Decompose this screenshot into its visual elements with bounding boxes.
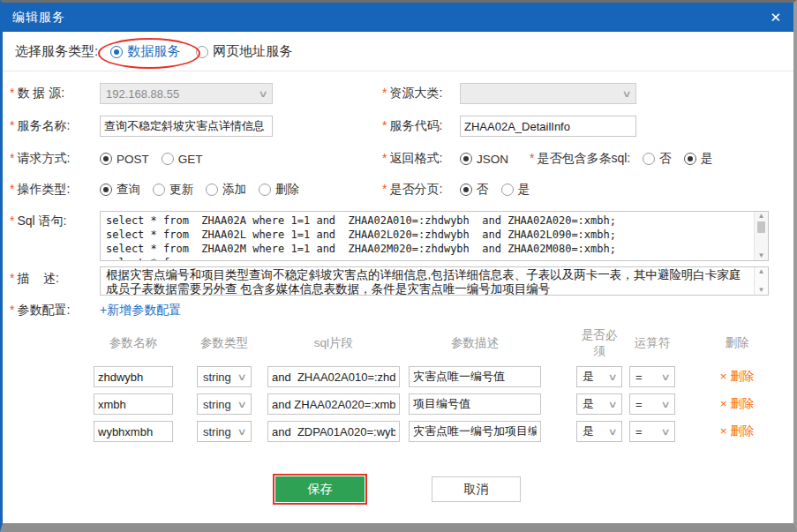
param-desc-input[interactable] bbox=[409, 366, 541, 387]
scroll-thumb[interactable] bbox=[757, 221, 765, 233]
param-delete-button[interactable]: × 删除 bbox=[706, 369, 768, 385]
param-name-input[interactable] bbox=[94, 366, 173, 387]
radio-json[interactable] bbox=[460, 153, 472, 165]
radio-delete[interactable] bbox=[259, 184, 271, 196]
row-description: *描 述: 根据灾害点编号和项目类型查询不稳定斜坡灾害点的详细信息,包括详细信息… bbox=[3, 266, 793, 296]
chevron-down-icon: ∨ bbox=[660, 399, 670, 410]
description-text: 根据灾害点编号和项目类型查询不稳定斜坡灾害点的详细信息,包括详细信息表、子表以及… bbox=[101, 267, 754, 295]
param-required-select[interactable]: 是∨ bbox=[576, 421, 622, 442]
service-code-label: *服务代码: bbox=[382, 118, 460, 134]
description-scrollbar[interactable]: ▲ ▼ bbox=[754, 267, 768, 295]
row-requestmethod: *请求方式: POST GET *返回格式: JSON *是否包含多条sql: … bbox=[3, 151, 793, 167]
service-code-input[interactable] bbox=[460, 116, 636, 137]
col-header-desc: 参数描述 bbox=[409, 335, 541, 351]
chevron-down-icon: ∨ bbox=[607, 426, 617, 438]
param-operator-select[interactable]: =∨ bbox=[629, 366, 675, 387]
param-name-input[interactable] bbox=[94, 393, 173, 415]
sql-text: select * from ZHAA02A where 1=1 and ZHAA… bbox=[101, 212, 754, 260]
radio-webpage-service[interactable] bbox=[196, 46, 208, 58]
chevron-down-icon: ∨ bbox=[258, 88, 267, 100]
param-required-select[interactable]: 是∨ bbox=[576, 393, 622, 415]
radio-get[interactable] bbox=[162, 153, 174, 165]
sql-textarea[interactable]: select * from ZHAA02A where 1=1 and ZHAA… bbox=[100, 211, 769, 261]
scroll-down-icon[interactable]: ▼ bbox=[758, 287, 765, 294]
description-textarea[interactable]: 根据灾害点编号和项目类型查询不稳定斜坡灾害点的详细信息,包括详细信息表、子表以及… bbox=[100, 266, 769, 296]
radio-paging-no-label[interactable]: 否 bbox=[477, 182, 489, 198]
col-header-sql: sql片段 bbox=[267, 335, 400, 351]
param-type-select[interactable]: string∨ bbox=[197, 421, 252, 442]
description-label: *描 述: bbox=[10, 271, 100, 287]
add-param-link[interactable]: +新增参数配置 bbox=[100, 303, 181, 318]
chevron-down-icon: ∨ bbox=[237, 399, 246, 410]
data-source-value: 192.168.88.55 bbox=[106, 87, 179, 101]
param-sql-input[interactable] bbox=[267, 393, 400, 415]
dialog-titlebar: 编辑服务 ✕ bbox=[0, 3, 793, 32]
radio-paging-yes[interactable] bbox=[501, 184, 514, 196]
radio-multisql-no-label[interactable]: 否 bbox=[659, 151, 672, 167]
radio-data-service-label[interactable]: 数据服务 bbox=[127, 43, 180, 60]
cancel-button[interactable]: 取消 bbox=[432, 476, 521, 502]
sql-scrollbar[interactable]: ▲ ▼ bbox=[754, 212, 768, 260]
service-type-label: 选择服务类型: bbox=[15, 43, 98, 60]
save-button[interactable]: 保存 bbox=[275, 476, 365, 502]
chevron-down-icon: ∨ bbox=[237, 426, 246, 438]
scroll-up-icon[interactable]: ▲ bbox=[758, 268, 765, 275]
param-required-select[interactable]: 是∨ bbox=[576, 366, 622, 387]
radio-add-label[interactable]: 添加 bbox=[222, 182, 246, 198]
radio-update-label[interactable]: 更新 bbox=[169, 182, 193, 198]
service-name-input[interactable] bbox=[100, 116, 273, 137]
radio-delete-label[interactable]: 删除 bbox=[275, 182, 299, 198]
radio-post[interactable] bbox=[100, 153, 112, 165]
params-config-label: *参数配置: bbox=[10, 303, 100, 318]
radio-add[interactable] bbox=[206, 184, 218, 196]
radio-multisql-yes-label[interactable]: 是 bbox=[701, 151, 713, 167]
param-operator-select[interactable]: =∨ bbox=[629, 421, 675, 442]
chevron-down-icon: ∨ bbox=[607, 371, 617, 383]
scroll-down-icon[interactable]: ▼ bbox=[758, 252, 765, 259]
radio-get-label[interactable]: GET bbox=[178, 153, 203, 166]
param-operator-select[interactable]: =∨ bbox=[629, 393, 675, 415]
col-header-operator: 运算符 bbox=[629, 335, 675, 351]
radio-json-label[interactable]: JSON bbox=[477, 153, 508, 166]
row-sql: *Sql 语句: select * from ZHAA02A where 1=1… bbox=[3, 211, 793, 261]
param-delete-button[interactable]: × 删除 bbox=[706, 423, 768, 439]
scroll-up-icon[interactable]: ▲ bbox=[758, 213, 765, 220]
dialog-title: 编辑服务 bbox=[12, 10, 65, 26]
param-desc-input[interactable] bbox=[409, 421, 541, 442]
radio-query[interactable] bbox=[100, 184, 112, 196]
col-header-type: 参数类型 bbox=[197, 335, 252, 351]
radio-paging-no[interactable] bbox=[460, 184, 472, 196]
chevron-down-icon: ∨ bbox=[607, 399, 617, 410]
form-content: *数 据 源: 192.168.88.55 ∨ *资源大类: ∨ *服务名称: bbox=[3, 71, 793, 476]
chevron-down-icon: ∨ bbox=[237, 371, 246, 383]
chevron-down-icon: ∨ bbox=[621, 88, 631, 100]
col-header-delete: 删除 bbox=[706, 335, 768, 351]
param-type-select[interactable]: string∨ bbox=[197, 366, 252, 387]
radio-data-service[interactable] bbox=[110, 46, 123, 58]
param-sql-input[interactable] bbox=[267, 421, 400, 442]
request-method-label: *请求方式: bbox=[10, 151, 100, 167]
resource-category-select[interactable]: ∨ bbox=[460, 83, 636, 104]
radio-multisql-no[interactable] bbox=[643, 153, 655, 165]
radio-multisql-yes[interactable] bbox=[684, 153, 696, 165]
close-icon[interactable]: ✕ bbox=[770, 11, 781, 24]
param-type-select[interactable]: string∨ bbox=[197, 393, 252, 415]
data-source-label: *数 据 源: bbox=[10, 86, 100, 101]
edit-service-dialog: 编辑服务 ✕ 选择服务类型: 数据服务 网页地址服务 *数 据 源: 192.1… bbox=[0, 0, 797, 532]
radio-paging-yes-label[interactable]: 是 bbox=[518, 182, 530, 198]
row-operationtype: *操作类型: 查询 更新 添加 删除 *是否分页: 否 是 bbox=[3, 182, 793, 198]
param-delete-button[interactable]: × 删除 bbox=[706, 396, 768, 412]
row-servicename: *服务名称: *服务代码: bbox=[3, 116, 793, 137]
data-source-select[interactable]: 192.168.88.55 ∨ bbox=[100, 83, 273, 104]
param-sql-input[interactable] bbox=[267, 366, 400, 387]
param-name-input[interactable] bbox=[94, 421, 173, 442]
pagination-label: *是否分页: bbox=[382, 182, 460, 198]
param-row: string∨ 是∨ =∨ × 删除 bbox=[94, 393, 793, 415]
sql-label: *Sql 语句: bbox=[10, 214, 100, 229]
radio-post-label[interactable]: POST bbox=[117, 153, 149, 166]
radio-update[interactable] bbox=[153, 184, 165, 196]
row-datasource: *数 据 源: 192.168.88.55 ∨ *资源大类: ∨ bbox=[3, 83, 793, 104]
radio-query-label[interactable]: 查询 bbox=[117, 182, 140, 198]
radio-webpage-service-label[interactable]: 网页地址服务 bbox=[213, 43, 292, 60]
param-desc-input[interactable] bbox=[409, 393, 541, 415]
